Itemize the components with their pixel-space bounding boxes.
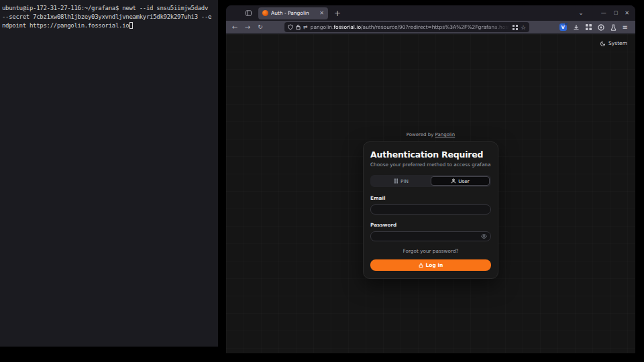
card-title: Authentication Required bbox=[370, 149, 491, 160]
flask-icon[interactable] bbox=[610, 24, 616, 31]
card-subtitle: Choose your preferred method to access g… bbox=[370, 162, 491, 168]
lock-icon[interactable] bbox=[296, 24, 301, 30]
forgot-password-link[interactable]: Forgot your password? bbox=[370, 248, 491, 254]
shortcuts-grid-icon[interactable] bbox=[513, 25, 518, 30]
theme-moon-icon bbox=[600, 41, 606, 46]
auth-column: Powered by Pangolin Authentication Requi… bbox=[363, 132, 498, 279]
maximize-button[interactable]: ▢ bbox=[614, 11, 619, 15]
tab-bar: Auth - Pangolin ✕ + ⌄ — ▢ ✕ bbox=[226, 5, 635, 21]
forward-button[interactable]: → bbox=[244, 24, 252, 31]
minimize-button[interactable]: — bbox=[601, 11, 606, 16]
url-domain-prefix: pangolin. bbox=[311, 24, 334, 30]
back-button[interactable]: ← bbox=[231, 24, 239, 31]
terminal-line-text: ndpoint https://pangolin.fossorial.io bbox=[2, 22, 129, 29]
extension-letter: V bbox=[561, 25, 564, 30]
pin-keypad-icon bbox=[394, 178, 398, 184]
url-text[interactable]: pangolin.fossorial.io/auth/resource/90?r… bbox=[311, 24, 510, 30]
list-tabs-chevron-icon[interactable]: ⌄ bbox=[578, 10, 584, 16]
tab-pin[interactable]: PIN bbox=[372, 176, 431, 186]
tab-user-label: User bbox=[458, 178, 470, 184]
login-button[interactable]: Log in bbox=[370, 259, 491, 271]
record-circle-icon[interactable] bbox=[598, 24, 604, 31]
close-window-button[interactable]: ✕ bbox=[625, 11, 629, 16]
tab-auth-pangolin[interactable]: Auth - Pangolin ✕ bbox=[258, 7, 328, 19]
email-label: Email bbox=[370, 195, 491, 201]
login-label: Log in bbox=[426, 262, 443, 268]
login-lock-icon bbox=[419, 263, 423, 268]
reload-button[interactable]: ↻ bbox=[256, 24, 264, 30]
menu-icon[interactable]: ≡ bbox=[623, 24, 628, 31]
password-label: Password bbox=[370, 222, 491, 228]
terminal-line: ndpoint https://pangolin.fossorial.io bbox=[2, 21, 216, 30]
password-manager-extension-icon[interactable]: V bbox=[559, 23, 567, 31]
browser-window: Auth - Pangolin ✕ + ⌄ — ▢ ✕ ← → ↻ bbox=[226, 5, 635, 353]
email-input[interactable] bbox=[370, 204, 491, 215]
tab-pin-label: PIN bbox=[400, 178, 409, 184]
new-tab-button[interactable]: + bbox=[334, 9, 341, 17]
tab-user[interactable]: User bbox=[431, 176, 490, 186]
pangolin-link[interactable]: Pangolin bbox=[435, 132, 455, 137]
user-icon bbox=[451, 178, 456, 184]
powered-by-text: Powered by bbox=[407, 132, 434, 137]
url-domain: fossorial.io bbox=[333, 24, 361, 30]
shield-icon[interactable] bbox=[288, 24, 293, 30]
password-input[interactable] bbox=[370, 231, 491, 241]
url-path: /auth/resource/90?redirect=https%3A%2F%2… bbox=[361, 24, 510, 30]
desktop: ubuntu@ip-172-31-27-116:~/grafana$ newt … bbox=[0, 0, 644, 362]
terminal-line: ubuntu@ip-172-31-27-116:~/grafana$ newt … bbox=[2, 4, 216, 13]
toolbar-icons: V bbox=[559, 23, 628, 31]
terminal-cursor bbox=[129, 22, 133, 29]
theme-label: System bbox=[608, 40, 627, 46]
pangolin-auth-page: System Powered by Pangolin Authenticatio… bbox=[226, 34, 635, 353]
pangolin-favicon-icon bbox=[262, 10, 268, 16]
bookmark-star-icon[interactable]: ☆ bbox=[521, 24, 526, 31]
navigation-bar: ← → ↻ ⇄ pangolin.fossorial.io/auth/resou… bbox=[226, 21, 635, 34]
auth-card: Authentication Required Choose your pref… bbox=[363, 141, 498, 279]
terminal-line: --secret 7cbz1xw08lh1jbzey03yxvndljvneam… bbox=[2, 13, 216, 21]
eye-icon[interactable] bbox=[481, 233, 487, 239]
extensions-grid-icon[interactable] bbox=[586, 24, 592, 30]
theme-selector[interactable]: System bbox=[600, 40, 627, 46]
firefox-view-icon[interactable] bbox=[244, 9, 254, 18]
url-bar[interactable]: ⇄ pangolin.fossorial.io/auth/resource/90… bbox=[284, 22, 529, 32]
tab-title: Auth - Pangolin bbox=[271, 10, 317, 16]
powered-by: Powered by Pangolin bbox=[363, 132, 498, 137]
tab-close-icon[interactable]: ✕ bbox=[319, 11, 324, 16]
terminal-window[interactable]: ubuntu@ip-172-31-27-116:~/grafana$ newt … bbox=[0, 0, 218, 347]
extension-badge bbox=[565, 22, 568, 25]
download-icon[interactable] bbox=[573, 24, 580, 31]
redirect-arrows-icon[interactable]: ⇄ bbox=[303, 24, 308, 30]
auth-method-toggle: PIN User bbox=[370, 175, 491, 187]
